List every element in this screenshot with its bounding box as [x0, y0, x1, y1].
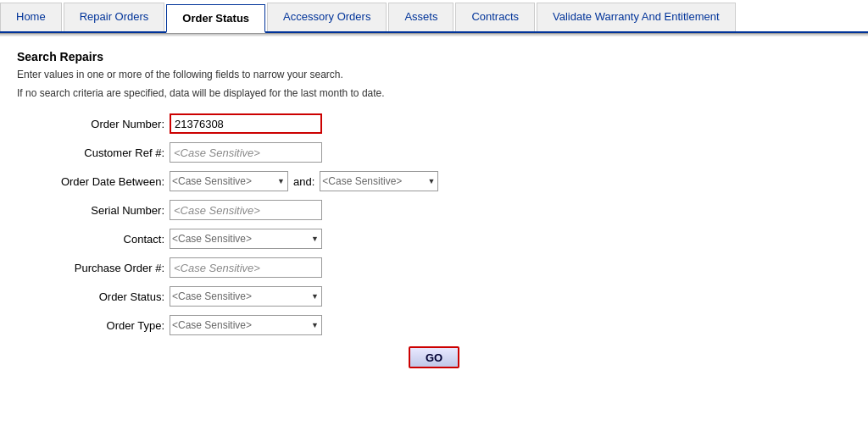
- order-date-to-select[interactable]: <Case Sensitive>: [320, 171, 438, 191]
- order-status-wrapper: <Case Sensitive>: [170, 286, 322, 307]
- tab-repair-orders[interactable]: Repair Orders: [64, 3, 165, 31]
- customer-ref-input[interactable]: [170, 142, 322, 163]
- serial-number-label: Serial Number:: [17, 204, 170, 217]
- and-label: and:: [293, 175, 314, 188]
- order-number-row: Order Number:: [17, 113, 851, 135]
- section-desc-line2: If no search criteria are specified, dat…: [17, 86, 851, 101]
- order-date-to-wrapper: <Case Sensitive>: [320, 171, 438, 191]
- order-type-row: Order Type: <Case Sensitive>: [17, 314, 851, 336]
- order-type-label: Order Type:: [17, 319, 170, 332]
- purchase-order-input[interactable]: [170, 257, 322, 278]
- serial-number-input[interactable]: [170, 200, 322, 220]
- order-type-wrapper: <Case Sensitive>: [170, 315, 322, 335]
- contact-select[interactable]: <Case Sensitive>: [170, 229, 322, 249]
- order-date-row: Order Date Between: <Case Sensitive> and…: [17, 170, 851, 192]
- tab-validate-warranty[interactable]: Validate Warranty And Entitlement: [537, 3, 736, 31]
- order-status-label: Order Status:: [17, 290, 170, 303]
- order-type-select[interactable]: <Case Sensitive>: [170, 315, 322, 335]
- section-title: Search Repairs: [17, 50, 851, 64]
- contact-wrapper: <Case Sensitive>: [170, 229, 322, 249]
- section-desc-line1: Enter values in one or more of the follo…: [17, 67, 851, 82]
- serial-number-row: Serial Number:: [17, 199, 851, 221]
- order-date-from-wrapper: <Case Sensitive>: [170, 171, 288, 191]
- tab-contracts[interactable]: Contracts: [455, 3, 535, 31]
- purchase-order-row: Purchase Order #:: [17, 257, 851, 279]
- go-row: GO: [17, 346, 851, 368]
- order-date-from-select[interactable]: <Case Sensitive>: [170, 171, 288, 191]
- go-button[interactable]: GO: [409, 346, 459, 368]
- main-content: Search Repairs Enter values in one or mo…: [0, 36, 868, 382]
- order-status-row: Order Status: <Case Sensitive>: [17, 285, 851, 307]
- purchase-order-label: Purchase Order #:: [17, 262, 170, 274]
- contact-label: Contact:: [17, 233, 170, 246]
- tab-home[interactable]: Home: [0, 3, 62, 31]
- order-date-label: Order Date Between:: [17, 175, 170, 188]
- contact-row: Contact: <Case Sensitive>: [17, 228, 851, 250]
- tab-accessory-orders[interactable]: Accessory Orders: [267, 3, 387, 31]
- customer-ref-row: Customer Ref #:: [17, 141, 851, 163]
- order-number-label: Order Number:: [17, 118, 170, 130]
- search-form: Order Number: Customer Ref #: Order Date…: [17, 113, 851, 368]
- tab-assets[interactable]: Assets: [388, 3, 453, 31]
- order-number-input[interactable]: [170, 113, 322, 134]
- nav-bar: Home Repair Orders Order Status Accessor…: [0, 0, 868, 33]
- customer-ref-label: Customer Ref #:: [17, 146, 170, 159]
- order-status-select[interactable]: <Case Sensitive>: [170, 286, 322, 307]
- tab-order-status[interactable]: Order Status: [166, 4, 265, 33]
